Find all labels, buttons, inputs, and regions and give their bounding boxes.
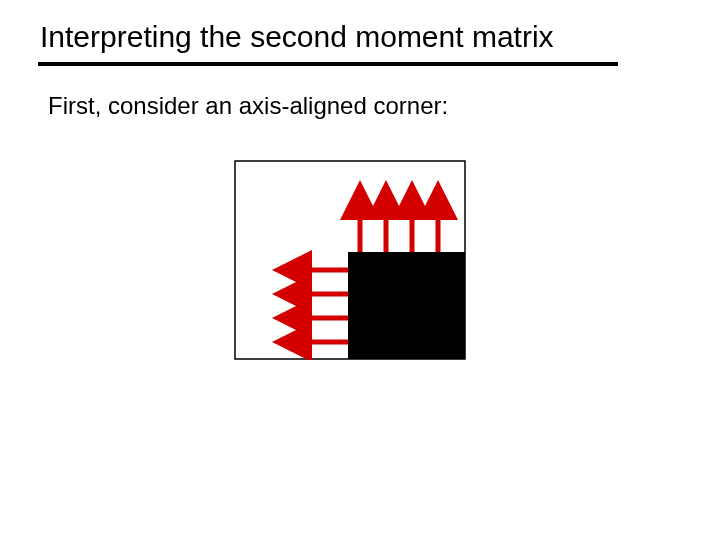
corner-svg [234,160,466,360]
corner-figure [234,160,466,360]
slide: Interpreting the second moment matrix Fi… [0,0,720,540]
slide-title: Interpreting the second moment matrix [40,20,554,54]
body-text: First, consider an axis-aligned corner: [48,92,448,120]
title-underline [38,62,618,66]
corner-square [348,252,465,359]
